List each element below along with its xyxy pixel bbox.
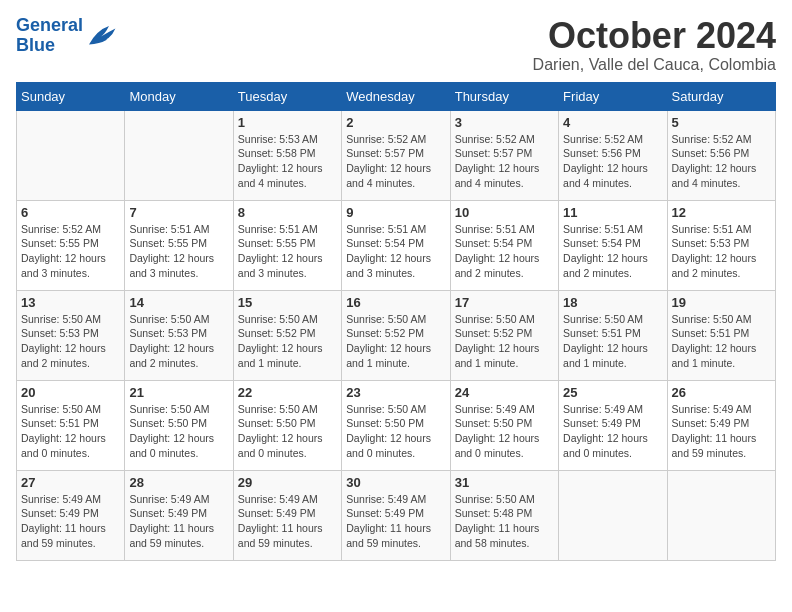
day-info: Sunrise: 5:50 AMSunset: 5:51 PMDaylight:…	[563, 312, 662, 371]
day-info: Sunrise: 5:49 AMSunset: 5:49 PMDaylight:…	[346, 492, 445, 551]
calendar-cell	[17, 110, 125, 200]
day-info: Sunrise: 5:49 AMSunset: 5:49 PMDaylight:…	[238, 492, 337, 551]
calendar-cell: 12Sunrise: 5:51 AMSunset: 5:53 PMDayligh…	[667, 200, 775, 290]
day-info: Sunrise: 5:52 AMSunset: 5:56 PMDaylight:…	[672, 132, 771, 191]
day-info: Sunrise: 5:50 AMSunset: 5:53 PMDaylight:…	[129, 312, 228, 371]
calendar-cell: 21Sunrise: 5:50 AMSunset: 5:50 PMDayligh…	[125, 380, 233, 470]
calendar-cell: 25Sunrise: 5:49 AMSunset: 5:49 PMDayligh…	[559, 380, 667, 470]
calendar-cell: 9Sunrise: 5:51 AMSunset: 5:54 PMDaylight…	[342, 200, 450, 290]
day-info: Sunrise: 5:50 AMSunset: 5:51 PMDaylight:…	[672, 312, 771, 371]
logo-bird-icon	[85, 22, 117, 50]
calendar-cell: 24Sunrise: 5:49 AMSunset: 5:50 PMDayligh…	[450, 380, 558, 470]
day-info: Sunrise: 5:50 AMSunset: 5:51 PMDaylight:…	[21, 402, 120, 461]
day-number: 19	[672, 295, 771, 310]
day-number: 4	[563, 115, 662, 130]
calendar-cell	[559, 470, 667, 560]
weekday-header-wednesday: Wednesday	[342, 82, 450, 110]
calendar-week-4: 20Sunrise: 5:50 AMSunset: 5:51 PMDayligh…	[17, 380, 776, 470]
calendar-cell: 2Sunrise: 5:52 AMSunset: 5:57 PMDaylight…	[342, 110, 450, 200]
calendar-cell: 3Sunrise: 5:52 AMSunset: 5:57 PMDaylight…	[450, 110, 558, 200]
calendar-cell	[125, 110, 233, 200]
calendar-cell: 26Sunrise: 5:49 AMSunset: 5:49 PMDayligh…	[667, 380, 775, 470]
page-header: General Blue October 2024 Darien, Valle …	[16, 16, 776, 74]
weekday-header-saturday: Saturday	[667, 82, 775, 110]
logo-line2: Blue	[16, 35, 55, 55]
day-number: 3	[455, 115, 554, 130]
day-number: 10	[455, 205, 554, 220]
calendar-week-1: 1Sunrise: 5:53 AMSunset: 5:58 PMDaylight…	[17, 110, 776, 200]
day-number: 23	[346, 385, 445, 400]
calendar-cell	[667, 470, 775, 560]
day-number: 6	[21, 205, 120, 220]
calendar-cell: 8Sunrise: 5:51 AMSunset: 5:55 PMDaylight…	[233, 200, 341, 290]
calendar-cell: 31Sunrise: 5:50 AMSunset: 5:48 PMDayligh…	[450, 470, 558, 560]
location-subtitle: Darien, Valle del Cauca, Colombia	[533, 56, 776, 74]
calendar-week-3: 13Sunrise: 5:50 AMSunset: 5:53 PMDayligh…	[17, 290, 776, 380]
day-number: 22	[238, 385, 337, 400]
day-info: Sunrise: 5:50 AMSunset: 5:52 PMDaylight:…	[238, 312, 337, 371]
day-info: Sunrise: 5:50 AMSunset: 5:50 PMDaylight:…	[238, 402, 337, 461]
day-info: Sunrise: 5:50 AMSunset: 5:50 PMDaylight:…	[129, 402, 228, 461]
day-number: 17	[455, 295, 554, 310]
calendar-cell: 27Sunrise: 5:49 AMSunset: 5:49 PMDayligh…	[17, 470, 125, 560]
day-info: Sunrise: 5:49 AMSunset: 5:49 PMDaylight:…	[21, 492, 120, 551]
day-info: Sunrise: 5:51 AMSunset: 5:53 PMDaylight:…	[672, 222, 771, 281]
calendar-cell: 17Sunrise: 5:50 AMSunset: 5:52 PMDayligh…	[450, 290, 558, 380]
day-number: 29	[238, 475, 337, 490]
day-number: 12	[672, 205, 771, 220]
day-info: Sunrise: 5:49 AMSunset: 5:49 PMDaylight:…	[563, 402, 662, 461]
day-number: 27	[21, 475, 120, 490]
day-number: 15	[238, 295, 337, 310]
calendar-cell: 20Sunrise: 5:50 AMSunset: 5:51 PMDayligh…	[17, 380, 125, 470]
calendar-cell: 14Sunrise: 5:50 AMSunset: 5:53 PMDayligh…	[125, 290, 233, 380]
day-number: 21	[129, 385, 228, 400]
weekday-header-tuesday: Tuesday	[233, 82, 341, 110]
day-number: 24	[455, 385, 554, 400]
day-info: Sunrise: 5:49 AMSunset: 5:49 PMDaylight:…	[129, 492, 228, 551]
day-info: Sunrise: 5:53 AMSunset: 5:58 PMDaylight:…	[238, 132, 337, 191]
calendar-header: SundayMondayTuesdayWednesdayThursdayFrid…	[17, 82, 776, 110]
day-number: 5	[672, 115, 771, 130]
day-info: Sunrise: 5:52 AMSunset: 5:57 PMDaylight:…	[346, 132, 445, 191]
day-info: Sunrise: 5:52 AMSunset: 5:55 PMDaylight:…	[21, 222, 120, 281]
day-number: 26	[672, 385, 771, 400]
weekday-header-sunday: Sunday	[17, 82, 125, 110]
calendar-cell: 19Sunrise: 5:50 AMSunset: 5:51 PMDayligh…	[667, 290, 775, 380]
day-number: 28	[129, 475, 228, 490]
day-number: 30	[346, 475, 445, 490]
calendar-cell: 11Sunrise: 5:51 AMSunset: 5:54 PMDayligh…	[559, 200, 667, 290]
day-number: 11	[563, 205, 662, 220]
calendar-cell: 22Sunrise: 5:50 AMSunset: 5:50 PMDayligh…	[233, 380, 341, 470]
calendar-cell: 15Sunrise: 5:50 AMSunset: 5:52 PMDayligh…	[233, 290, 341, 380]
day-info: Sunrise: 5:52 AMSunset: 5:56 PMDaylight:…	[563, 132, 662, 191]
weekday-header-monday: Monday	[125, 82, 233, 110]
day-info: Sunrise: 5:50 AMSunset: 5:52 PMDaylight:…	[346, 312, 445, 371]
day-info: Sunrise: 5:51 AMSunset: 5:54 PMDaylight:…	[346, 222, 445, 281]
calendar-cell: 18Sunrise: 5:50 AMSunset: 5:51 PMDayligh…	[559, 290, 667, 380]
weekday-header-friday: Friday	[559, 82, 667, 110]
day-info: Sunrise: 5:51 AMSunset: 5:54 PMDaylight:…	[455, 222, 554, 281]
calendar-week-2: 6Sunrise: 5:52 AMSunset: 5:55 PMDaylight…	[17, 200, 776, 290]
day-info: Sunrise: 5:51 AMSunset: 5:55 PMDaylight:…	[129, 222, 228, 281]
calendar-cell: 29Sunrise: 5:49 AMSunset: 5:49 PMDayligh…	[233, 470, 341, 560]
month-title: October 2024	[533, 16, 776, 56]
logo-text: General Blue	[16, 16, 83, 56]
day-number: 1	[238, 115, 337, 130]
day-info: Sunrise: 5:49 AMSunset: 5:50 PMDaylight:…	[455, 402, 554, 461]
calendar-cell: 23Sunrise: 5:50 AMSunset: 5:50 PMDayligh…	[342, 380, 450, 470]
calendar-cell: 1Sunrise: 5:53 AMSunset: 5:58 PMDaylight…	[233, 110, 341, 200]
day-info: Sunrise: 5:51 AMSunset: 5:54 PMDaylight:…	[563, 222, 662, 281]
calendar-cell: 28Sunrise: 5:49 AMSunset: 5:49 PMDayligh…	[125, 470, 233, 560]
day-info: Sunrise: 5:50 AMSunset: 5:52 PMDaylight:…	[455, 312, 554, 371]
calendar-week-5: 27Sunrise: 5:49 AMSunset: 5:49 PMDayligh…	[17, 470, 776, 560]
calendar-table: SundayMondayTuesdayWednesdayThursdayFrid…	[16, 82, 776, 561]
calendar-cell: 5Sunrise: 5:52 AMSunset: 5:56 PMDaylight…	[667, 110, 775, 200]
calendar-cell: 10Sunrise: 5:51 AMSunset: 5:54 PMDayligh…	[450, 200, 558, 290]
calendar-cell: 4Sunrise: 5:52 AMSunset: 5:56 PMDaylight…	[559, 110, 667, 200]
day-number: 8	[238, 205, 337, 220]
calendar-cell: 7Sunrise: 5:51 AMSunset: 5:55 PMDaylight…	[125, 200, 233, 290]
calendar-body: 1Sunrise: 5:53 AMSunset: 5:58 PMDaylight…	[17, 110, 776, 560]
weekday-header-thursday: Thursday	[450, 82, 558, 110]
weekday-row: SundayMondayTuesdayWednesdayThursdayFrid…	[17, 82, 776, 110]
logo-line1: General	[16, 15, 83, 35]
